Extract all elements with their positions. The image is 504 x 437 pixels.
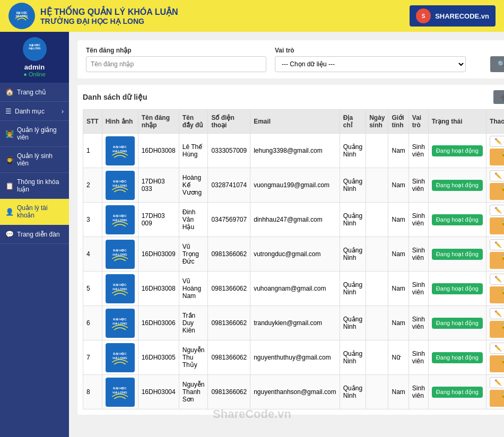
- col-thao-tac: Thao Tác: [486, 110, 504, 134]
- avatar-img: ĐẠI HỌC HẠ LONG: [106, 171, 135, 200]
- cell-role: Sinh viên: [409, 375, 428, 409]
- svg-text:ĐẠI HỌC: ĐẠI HỌC: [114, 387, 127, 390]
- avatar-img: ĐẠI HỌC HẠ LONG: [106, 378, 135, 407]
- col-stt: STT: [83, 110, 102, 134]
- cell-phone: 0347569707: [208, 203, 250, 237]
- cell-stt: 6: [83, 306, 102, 340]
- edit-button[interactable]: ✏️ Sửa: [490, 377, 504, 388]
- lock-button[interactable]: 🔒 Khóa tài khoản: [490, 390, 504, 407]
- cell-email: nguyenthuthuy@gmail.com: [250, 340, 340, 375]
- svg-text:ĐẠI HỌC: ĐẠI HỌC: [114, 283, 127, 287]
- cell-phone: 0981366062: [208, 272, 250, 306]
- cell-username: 16DH03008: [138, 134, 179, 168]
- cell-fullname: Lê Thế Hùng: [179, 134, 208, 168]
- header: ĐẠI HỌC HẠ LONG HỆ THỐNG QUẢN LÝ KHÓA LU…: [0, 0, 504, 32]
- role-select[interactable]: --- Chọn dữ liệu --- Sinh viên Giảng viê…: [275, 56, 466, 72]
- cell-email: vutrongduc@gmail.com: [250, 237, 340, 272]
- cell-phone: 0981366062: [208, 237, 250, 272]
- main-content: Tên đăng nhập Vai trò --- Chọn dữ liệu -…: [69, 32, 504, 437]
- svg-text:ĐẠI HỌC: ĐẠI HỌC: [114, 249, 127, 252]
- sidebar-item-trang-chu[interactable]: 🏠 Trang chủ: [0, 83, 69, 102]
- status-badge: Đang hoạt động: [432, 180, 483, 191]
- cell-birthday: [366, 237, 388, 272]
- svg-text:ĐẠI HỌC: ĐẠI HỌC: [114, 318, 127, 321]
- cell-gender: Nam: [388, 168, 409, 203]
- cell-username: 16DH03009: [138, 237, 179, 272]
- status-badge: Đang hoạt động: [432, 318, 483, 329]
- avatar-img: ĐẠI HỌC HẠ LONG: [106, 309, 135, 338]
- edit-button[interactable]: ✏️ Sửa: [490, 239, 504, 250]
- cell-status: Đang hoạt động: [428, 134, 486, 168]
- search-button[interactable]: 🔍 Tìm kiếm: [490, 56, 504, 72]
- avatar: ĐẠI HỌC HẠ LONG: [23, 37, 47, 61]
- add-new-button[interactable]: ➕ Thêm mới: [493, 90, 504, 104]
- avatar-img: ĐẠI HỌC HẠ LONG: [106, 240, 135, 269]
- username-label: Tên đăng nhập: [86, 47, 266, 54]
- cell-actions: ✏️ Sửa 🔒 Khóa tài khoản: [486, 340, 504, 375]
- main-layout: ĐẠI HỌC HẠ LONG admin Online 🏠 Trang chủ…: [0, 32, 504, 437]
- chevron-icon: ›: [62, 108, 64, 115]
- cell-stt: 7: [83, 340, 102, 375]
- cell-actions: ✏️ Sửa 🔒 Khóa tài khoản: [486, 272, 504, 306]
- cell-avatar: ĐẠI HỌC HẠ LONG: [102, 375, 138, 409]
- cell-address: Quảng Ninh: [340, 306, 366, 340]
- edit-button[interactable]: ✏️ Sửa: [490, 136, 504, 147]
- col-vai-tro: Vai trò: [409, 110, 428, 134]
- col-ten-dang-nhap: Tên đăng nhập: [138, 110, 179, 134]
- sidebar-item-label: Quản lý sinh viên: [17, 152, 64, 167]
- cell-actions: ✏️ Sửa 🔒 Khóa tài khoản: [486, 237, 504, 272]
- cell-birthday: [366, 340, 388, 375]
- sidebar-item-danh-muc[interactable]: ☰ Danh mục ›: [0, 102, 69, 121]
- cell-fullname: Đinh Văn Hậu: [179, 203, 208, 237]
- cell-avatar: ĐẠI HỌC HẠ LONG: [102, 340, 138, 375]
- cell-role: Sinh viên: [409, 340, 428, 375]
- lock-button[interactable]: 🔒 Khóa tài khoản: [490, 355, 504, 372]
- lock-button[interactable]: 🔒 Khóa tài khoản: [490, 321, 504, 338]
- edit-button[interactable]: ✏️ Sửa: [490, 274, 504, 285]
- sidebar-item-quan-ly-sinh-vien[interactable]: 👨‍🎓 Quản lý sinh viên: [0, 147, 69, 173]
- lock-button[interactable]: 🔒 Khóa tài khoản: [490, 183, 504, 200]
- sidebar-item-quan-ly-giang-vien[interactable]: 👨‍🏫 Quản lý giảng viên: [0, 121, 69, 147]
- table-row: 5 ĐẠI HỌC HẠ LONG 16DH03008 Vũ Hoàng Nam…: [83, 272, 505, 306]
- username-input[interactable]: [86, 56, 266, 72]
- cell-role: Sinh viên: [409, 237, 428, 272]
- col-dia-chi: Địa chỉ: [340, 110, 366, 134]
- sidebar-item-trang-dien-dan[interactable]: 💬 Trang diễn đàn: [0, 225, 69, 244]
- table-header-row: STT Hình ảnh Tên đăng nhập Tên đầy đủ Số…: [83, 110, 505, 134]
- cell-actions: ✏️ Sửa 🔒 Khóa tài khoản: [486, 306, 504, 340]
- sidebar-item-label: Trang chủ: [17, 89, 46, 96]
- cell-fullname: Nguyễn Thu Thủy: [179, 340, 208, 375]
- edit-button[interactable]: ✏️ Sửa: [490, 308, 504, 319]
- avatar-img: ĐẠI HỌC HẠ LONG: [106, 274, 135, 303]
- sidebar-nav: 🏠 Trang chủ ☰ Danh mục › 👨‍🏫 Quản lý giả…: [0, 83, 69, 244]
- edit-button[interactable]: ✏️ Sửa: [490, 170, 504, 181]
- university-logo: ĐẠI HỌC HẠ LONG: [8, 3, 35, 29]
- sharecode-badge: S SHARECODE.vn: [410, 5, 496, 27]
- status-badge: Đang hoạt động: [432, 352, 483, 363]
- cell-phone: 0333057009: [208, 134, 250, 168]
- home-icon: 🏠: [5, 88, 14, 96]
- cell-avatar: ĐẠI HỌC HẠ LONG: [102, 168, 138, 203]
- cell-phone: 0981366062: [208, 375, 250, 409]
- table-row: 3 ĐẠI HỌC HẠ LONG 17DH03 009 Đinh Văn Hậ…: [83, 203, 505, 237]
- table-header: STT Hình ảnh Tên đăng nhập Tên đầy đủ Số…: [83, 110, 505, 134]
- cell-role: Sinh viên: [409, 306, 428, 340]
- edit-button[interactable]: ✏️ Sửa: [490, 205, 504, 216]
- edit-button[interactable]: ✏️ Sửa: [490, 343, 504, 354]
- header-logo: ĐẠI HỌC HẠ LONG HỆ THỐNG QUẢN LÝ KHÓA LU…: [8, 3, 178, 29]
- lock-button[interactable]: 🔒 Khóa tài khoản: [490, 217, 504, 234]
- sharecode-icon: S: [416, 8, 431, 23]
- sidebar-item-quan-ly-tai-khoan[interactable]: 👤 Quản lý tài khoản: [0, 199, 69, 225]
- sidebar-item-thong-tin-khoa-luan[interactable]: 📋 Thông tin khóa luận: [0, 173, 69, 199]
- data-section-header: Danh sách dữ liệu ➕ Thêm mới: [83, 90, 504, 104]
- sidebar-username: admin: [24, 63, 45, 71]
- sidebar-item-label: Trang diễn đàn: [17, 231, 60, 238]
- cell-birthday: [366, 203, 388, 237]
- sharecode-label: SHARECODE.vn: [435, 12, 489, 20]
- lock-button[interactable]: 🔒 Khóa tài khoản: [490, 148, 504, 165]
- forum-icon: 💬: [5, 230, 14, 238]
- cell-status: Đang hoạt động: [428, 203, 486, 237]
- lock-button[interactable]: 🔒 Khóa tài khoản: [490, 286, 504, 303]
- lock-button[interactable]: 🔒 Khóa tài khoản: [490, 252, 504, 269]
- table-row: 8 ĐẠI HỌC HẠ LONG 16DH03004 Nguyễn Thanh…: [83, 375, 505, 409]
